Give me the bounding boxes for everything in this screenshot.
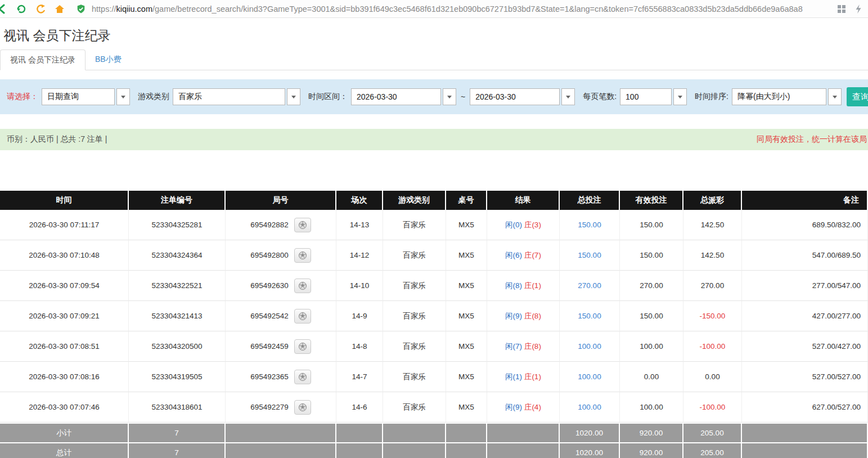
date-mode-value[interactable]: 日期查询 — [42, 88, 115, 105]
cell-bet-id: 523304318601 — [129, 392, 226, 423]
date-mode-select[interactable]: 日期查询 — [42, 88, 130, 105]
date-to-value[interactable]: 2026-03-30 — [470, 88, 560, 105]
cell-payout: -150.00 — [683, 301, 742, 331]
cell-game-type: 百家乐 — [383, 362, 446, 392]
header-row: 时间注单编号局号场次游戏类别桌号结果总投注有效投注总派彩备注 — [0, 191, 868, 210]
lightning-icon[interactable] — [852, 3, 865, 15]
cell-valid-bet: 270.00 — [620, 271, 683, 301]
tab-bar: 视讯 会员下注纪录 BB小费 — [0, 50, 868, 70]
column-header: 结果 — [487, 191, 560, 210]
table-row: 2026-03-30 07:08:51523304320500695492459… — [0, 331, 868, 362]
result-banker: 庄(4) — [524, 403, 541, 411]
round-replay-button[interactable] — [294, 339, 311, 354]
footer-cell: 7 — [129, 423, 226, 442]
date-from-value[interactable]: 2026-03-30 — [351, 88, 441, 105]
cell-table-no: MX5 — [446, 210, 487, 240]
round-replay-button[interactable] — [294, 218, 311, 232]
cell-session: 14-12 — [336, 240, 383, 271]
tab-bb-tip[interactable]: BB小费 — [86, 50, 131, 70]
cell-bet-id: 523304320500 — [129, 331, 226, 362]
cell-valid-bet: 150.00 — [620, 210, 683, 240]
chevron-down-icon[interactable] — [561, 88, 575, 105]
cell-table-no: MX5 — [446, 392, 487, 423]
cell-round: 695492459 — [226, 331, 336, 362]
round-number: 695492630 — [250, 281, 289, 290]
back-icon[interactable] — [0, 3, 8, 15]
select-label: 请选择： — [7, 92, 38, 102]
result-player: 闲(7) — [505, 342, 522, 351]
cell-bet-id: 523304324364 — [129, 240, 226, 271]
address-bar[interactable]: https://kiqiiu.com/game/betrecord_search… — [73, 2, 829, 16]
total-bet-link[interactable]: 270.00 — [578, 281, 601, 290]
cell-result: 闲(1) 庄(1) — [487, 362, 560, 392]
cell-total-bet: 270.00 — [560, 271, 620, 301]
range-separator: ~ — [461, 92, 465, 101]
sort-select[interactable]: 降幂(由大到小) — [732, 88, 842, 105]
total-bet-link[interactable]: 100.00 — [578, 403, 601, 411]
chevron-down-icon[interactable] — [116, 88, 130, 105]
cell-remark: 427.00/277.00 — [742, 301, 868, 331]
cell-game-type: 百家乐 — [383, 301, 446, 331]
cell-payout: -100.00 — [683, 331, 742, 362]
round-number: 695492800 — [250, 251, 289, 259]
footer-cell — [226, 442, 336, 458]
result-player: 闲(6) — [505, 251, 522, 259]
cell-remark: 689.50/832.00 — [742, 210, 868, 240]
column-header: 桌号 — [446, 191, 487, 210]
round-replay-button[interactable] — [294, 400, 311, 415]
game-type-value[interactable]: 百家乐 — [173, 88, 285, 105]
refresh-icon[interactable] — [15, 3, 28, 15]
cell-valid-bet: 150.00 — [620, 240, 683, 271]
cell-round: 695492365 — [226, 362, 336, 392]
cell-result: 闲(6) 庄(7) — [487, 240, 560, 271]
round-replay-button[interactable] — [294, 248, 311, 263]
column-header: 总派彩 — [683, 191, 742, 210]
chevron-down-icon[interactable] — [287, 88, 300, 105]
time-range-label: 时间区间： — [308, 92, 348, 102]
shield-icon[interactable] — [75, 3, 87, 15]
chevron-down-icon[interactable] — [828, 88, 842, 105]
total-bet-link[interactable]: 150.00 — [578, 221, 601, 229]
extensions-icon[interactable] — [835, 3, 848, 15]
sort-value[interactable]: 降幂(由大到小) — [732, 88, 826, 105]
chevron-down-icon[interactable] — [443, 88, 456, 105]
total-bet-link[interactable]: 100.00 — [578, 342, 601, 351]
table-header: 时间注单编号局号场次游戏类别桌号结果总投注有效投注总派彩备注 — [0, 191, 868, 210]
search-button[interactable]: 查询 — [847, 87, 868, 106]
url-domain: kiqiiu.com — [116, 5, 152, 14]
url-text: https://kiqiiu.com/game/betrecord_search… — [92, 5, 803, 14]
browser-toolbar: https://kiqiiu.com/game/betrecord_search… — [0, 0, 868, 18]
result-banker: 庄(1) — [524, 281, 541, 290]
cell-round: 695492630 — [226, 271, 336, 301]
date-from-select[interactable]: 2026-03-30 — [351, 88, 456, 105]
date-to-select[interactable]: 2026-03-30 — [470, 88, 575, 105]
cell-session: 14-9 — [336, 301, 383, 331]
page-size-select[interactable]: 100 — [620, 88, 687, 105]
footer-cell: 920.00 — [620, 442, 683, 458]
cell-session: 14-13 — [336, 210, 383, 240]
result-banker: 庄(7) — [524, 251, 541, 259]
page-content: 视讯 会员下注纪录 视讯 会员下注纪录 BB小费 请选择： 日期查询 游戏类别 … — [0, 27, 868, 458]
cell-total-bet: 150.00 — [560, 240, 620, 271]
round-replay-button[interactable] — [294, 370, 311, 384]
round-replay-button[interactable] — [294, 309, 311, 324]
game-type-select[interactable]: 百家乐 — [173, 88, 300, 105]
total-bet-link[interactable]: 150.00 — [578, 251, 601, 259]
round-number: 695492882 — [250, 221, 289, 229]
result-banker: 庄(8) — [524, 312, 541, 320]
total-bet-link[interactable]: 100.00 — [578, 372, 601, 381]
page-size-value[interactable]: 100 — [620, 88, 672, 105]
total-bet-link[interactable]: 150.00 — [578, 312, 601, 320]
cell-round: 695492800 — [226, 240, 336, 271]
footer-cell — [742, 423, 868, 442]
chevron-down-icon[interactable] — [673, 88, 687, 105]
footer-cell — [446, 442, 487, 458]
footer-cell: 1020.00 — [560, 423, 620, 442]
cell-time: 2026-03-30 07:07:46 — [0, 392, 129, 423]
cell-result: 闲(0) 庄(3) — [487, 210, 560, 240]
undo-icon[interactable] — [34, 3, 47, 15]
home-icon[interactable] — [53, 3, 66, 15]
round-replay-button[interactable] — [294, 279, 311, 293]
tab-bet-records[interactable]: 视讯 会员下注纪录 — [0, 50, 86, 70]
footer-cell — [487, 423, 560, 442]
